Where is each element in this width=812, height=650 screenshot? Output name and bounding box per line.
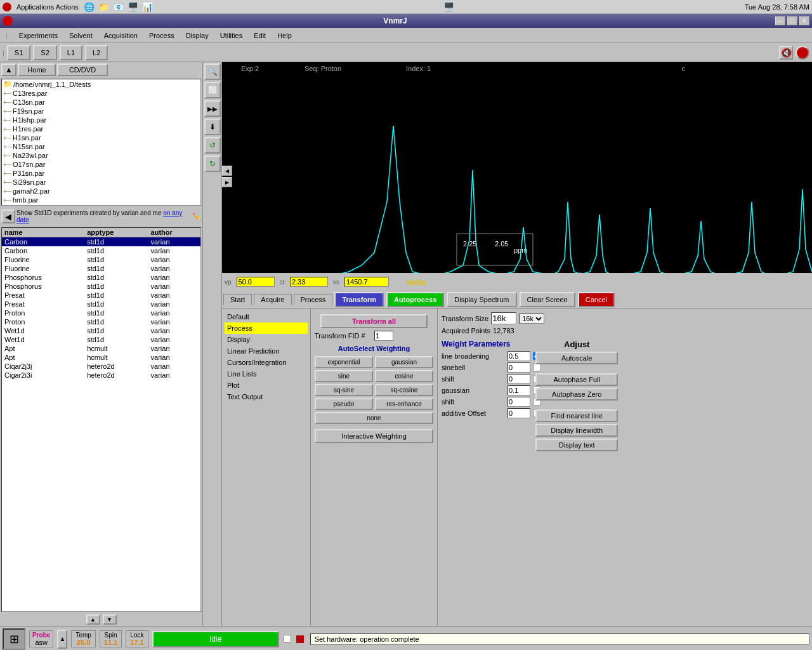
scroll-down-button[interactable]: ▼ bbox=[103, 614, 117, 625]
file-item[interactable]: +─Si29sn.par bbox=[2, 178, 200, 187]
menu-process[interactable]: Process bbox=[146, 30, 178, 41]
col-author[interactable]: author bbox=[148, 228, 200, 237]
tab-l1[interactable]: L1 bbox=[60, 45, 82, 60]
btn-exponential[interactable]: exponential bbox=[315, 356, 373, 368]
spec-left-button[interactable]: ◀ bbox=[222, 166, 232, 176]
file-item[interactable]: +─C13sn.par bbox=[2, 98, 200, 107]
table-row[interactable]: Presatstd1dvarian bbox=[2, 300, 200, 308]
forward-button[interactable]: ▶▶ bbox=[204, 100, 221, 117]
proc-default[interactable]: Default bbox=[225, 311, 308, 322]
vp-input[interactable] bbox=[237, 277, 275, 287]
menu-solvent[interactable]: Solvent bbox=[66, 30, 96, 41]
tab-autoprocess[interactable]: Autoprocess bbox=[386, 292, 444, 307]
transform-size-select[interactable]: 16k32k8k bbox=[519, 314, 544, 324]
table-row[interactable]: Phosphorusstd1dvarian bbox=[2, 282, 200, 291]
tab-s2[interactable]: S2 bbox=[33, 45, 56, 60]
transform-size-input[interactable] bbox=[491, 312, 516, 324]
table-row[interactable]: Presatstd1dvarian bbox=[2, 291, 200, 300]
idle-button[interactable]: Idle bbox=[152, 631, 279, 647]
menu-help[interactable]: Help bbox=[274, 30, 295, 41]
scroll-up-button[interactable]: ▲ bbox=[86, 614, 100, 625]
table-row[interactable]: Wet1dstd1dvarian bbox=[2, 326, 200, 335]
hw-checkbox[interactable] bbox=[283, 635, 291, 643]
table-row[interactable]: Ciqar2j3jhetero2dvarian bbox=[2, 362, 200, 371]
param-sh2-input[interactable] bbox=[508, 397, 530, 407]
tab-clear-screen[interactable]: Clear Screen bbox=[520, 292, 575, 307]
table-row[interactable]: Wet1dstd1dvarian bbox=[2, 335, 200, 344]
file-item[interactable]: +─F19sn.par bbox=[2, 107, 200, 116]
autoscale-button[interactable]: Autoscale bbox=[535, 352, 618, 364]
menu-experiments[interactable]: Experiments bbox=[16, 30, 61, 41]
col-name[interactable]: name bbox=[2, 228, 84, 237]
btn-none[interactable]: none bbox=[315, 412, 433, 424]
proc-linear[interactable]: Linear Prediction bbox=[225, 345, 308, 357]
proc-process[interactable]: Process bbox=[225, 322, 308, 334]
param-sh1-input[interactable] bbox=[508, 374, 530, 384]
btn-res-enhance[interactable]: res-enhance bbox=[375, 398, 433, 410]
maximize-button[interactable]: □ bbox=[787, 17, 797, 25]
table-row[interactable]: Apthcmultvarian bbox=[2, 344, 200, 353]
btn-sq-sine[interactable]: sq-sine bbox=[315, 384, 373, 396]
file-item[interactable]: +─H1lshp.par bbox=[2, 116, 200, 124]
spec-right-button[interactable]: ▶ bbox=[222, 177, 232, 187]
window-icon[interactable]: 🖥️ bbox=[443, 2, 454, 12]
param-gauss-input[interactable] bbox=[508, 385, 530, 395]
param-sb-input[interactable] bbox=[508, 362, 530, 373]
param-lb-input[interactable] bbox=[508, 351, 530, 361]
tab-transform[interactable]: Transform bbox=[334, 292, 384, 307]
window-controls[interactable]: — □ ✕ bbox=[775, 17, 809, 25]
table-row[interactable]: Fluorinestd1dvarian bbox=[2, 255, 200, 264]
menu-display[interactable]: Display bbox=[183, 30, 212, 41]
file-item[interactable]: +─H1res.par bbox=[2, 124, 200, 133]
table-row[interactable]: Fluorinestd1dvarian bbox=[2, 264, 200, 273]
nav-home-button[interactable]: Home bbox=[18, 63, 56, 76]
icon1[interactable]: 🌐 bbox=[84, 2, 95, 12]
menu-edit[interactable]: Edit bbox=[251, 30, 269, 41]
tab-cancel[interactable]: Cancel bbox=[578, 292, 615, 307]
tab-display-spectrum[interactable]: Display Spectrum bbox=[447, 292, 516, 307]
file-root[interactable]: 📁 /home/vnmrj_1.1_D/tests bbox=[2, 79, 200, 89]
icon4[interactable]: 🖥️ bbox=[128, 2, 138, 12]
btn-gaussian[interactable]: gaussian bbox=[375, 356, 433, 368]
cr-input[interactable] bbox=[290, 277, 328, 287]
table-row[interactable]: Protonstd1dvarian bbox=[2, 317, 200, 326]
btn-sq-cosine[interactable]: sq-cosine bbox=[375, 384, 433, 396]
table-row[interactable]: Carbonstd1dvarian bbox=[2, 237, 200, 247]
nav-left-button[interactable]: ◀ bbox=[1, 209, 15, 223]
icon3[interactable]: 📧 bbox=[113, 2, 124, 12]
file-item[interactable]: +─P31sn.par bbox=[2, 169, 200, 178]
icon5[interactable]: 📊 bbox=[142, 2, 153, 12]
fid-input[interactable] bbox=[374, 331, 393, 341]
proc-textoutput[interactable]: Text Output bbox=[225, 391, 308, 402]
table-row[interactable]: Cigar2i3ihetero2dvarian bbox=[2, 371, 200, 380]
os-apps[interactable]: Applications Actions bbox=[16, 3, 79, 11]
proc-linelists[interactable]: Line Lists bbox=[225, 368, 308, 380]
autophase-full-button[interactable]: Autophase Full bbox=[535, 373, 618, 386]
experiment-table[interactable]: name apptype author Carbonstd1dvarian Ca… bbox=[1, 227, 201, 612]
file-item[interactable]: +─hmb.par bbox=[2, 196, 200, 204]
display-linewidth-button[interactable]: Display linewidth bbox=[535, 424, 618, 437]
interactive-weighting-button[interactable]: Interactive Weighting bbox=[315, 429, 433, 443]
table-row[interactable]: Protonstd1dvarian bbox=[2, 308, 200, 317]
proc-plot[interactable]: Plot bbox=[225, 380, 308, 391]
expand-button[interactable]: ⬜ bbox=[204, 82, 221, 98]
record-button[interactable] bbox=[796, 46, 809, 60]
autophase-zero-button[interactable]: Autophase Zero bbox=[535, 388, 618, 401]
zoom-button[interactable]: 🔍 bbox=[204, 63, 221, 80]
tab-s1[interactable]: S1 bbox=[7, 45, 30, 60]
btn-sine[interactable]: sine bbox=[315, 370, 373, 382]
col-apptype[interactable]: apptype bbox=[84, 228, 148, 237]
table-row[interactable]: Phosphorusstd1dvarian bbox=[2, 273, 200, 282]
close-button[interactable]: ✕ bbox=[799, 17, 809, 25]
tab-l2[interactable]: L2 bbox=[85, 45, 108, 60]
tab-start[interactable]: Start bbox=[223, 294, 252, 305]
vs-input[interactable] bbox=[344, 277, 389, 287]
display-text-button[interactable]: Display text bbox=[535, 439, 618, 451]
nav-cd-button[interactable]: CD/DVD bbox=[57, 63, 108, 76]
find-nearest-line-button[interactable]: Find nearest line bbox=[535, 409, 618, 422]
proc-cursors[interactable]: Cursors/Integration bbox=[225, 357, 308, 368]
tab-acquire[interactable]: Acquire bbox=[254, 294, 291, 305]
proc-display[interactable]: Display bbox=[225, 334, 308, 345]
nav-up-button[interactable]: ▲ bbox=[1, 63, 16, 76]
table-row[interactable]: Carbonstd1dvarian bbox=[2, 246, 200, 255]
